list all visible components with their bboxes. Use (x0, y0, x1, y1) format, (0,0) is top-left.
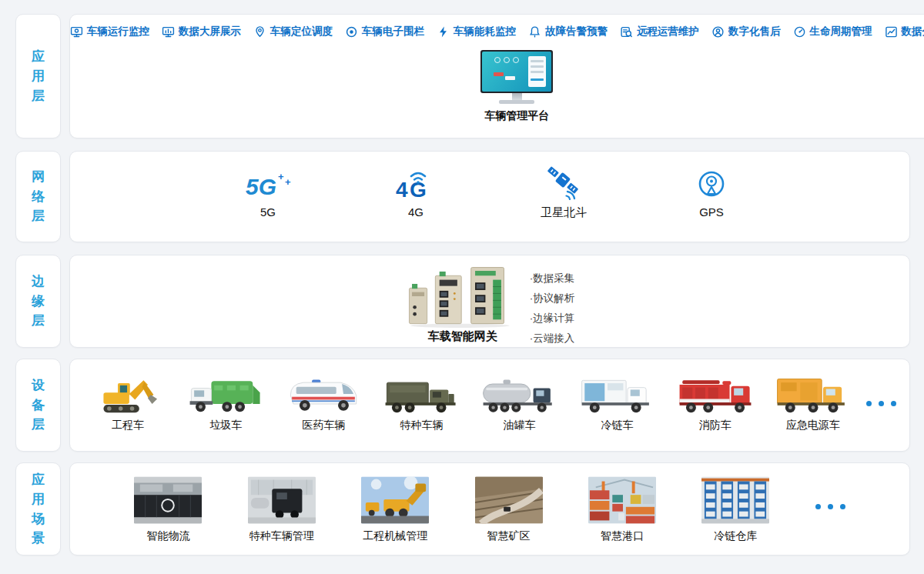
vehicle-item: 特种车辆 (377, 370, 466, 432)
app-feature: 故障告警预警 (528, 25, 608, 38)
layer-label-app: 应用层 (15, 14, 61, 138)
gateway-bullet: ·协议解析 (530, 289, 575, 309)
app-feature: 车辆能耗监控 (437, 25, 516, 38)
network-item-beidou: 卫星北斗 (518, 165, 609, 220)
vehicle-item: 应急电源车 (768, 370, 858, 432)
scenario-label: 智慧港口 (601, 529, 644, 543)
vehicle-item: 消防车 (671, 370, 760, 432)
scenario-layer-row: 应用场景 智能物流 (15, 462, 910, 556)
scenario-item: 智慧矿区 (475, 476, 543, 543)
satellite-icon (544, 166, 583, 202)
app-feature: 车辆电子围栏 (345, 25, 424, 38)
app-feature-label: 故障告警预警 (545, 25, 608, 38)
layer-label-text: 应用层 (31, 47, 45, 106)
vehicle-label: 医药车辆 (302, 419, 345, 432)
after-sales-icon (711, 25, 725, 38)
app-features-bar: 车辆运行监控 数据大屏展示 车辆定位调度 车辆电子围栏 车辆能耗监控 故障告警预… (70, 15, 924, 38)
lifecycle-icon (793, 25, 806, 38)
app-feature: 数字化售后 (711, 25, 781, 38)
platform-label: 车辆管理平台 (484, 109, 549, 123)
garbage-truck-graphic (186, 370, 266, 418)
vehicle-label: 消防车 (699, 419, 732, 432)
vehicle-item: 医药车辆 (279, 370, 368, 432)
gateway-bullet: ·数据采集 (530, 269, 575, 289)
power-truck-graphic (773, 370, 853, 418)
scenario-label: 冷链仓库 (714, 529, 757, 543)
network-layer-panel: 5G++ 5G 4G 4G 卫星北斗 GPS (69, 151, 910, 242)
excavator-graphic (88, 370, 168, 418)
vehicle-label: 工程车 (112, 419, 144, 432)
cold-warehouse-photo (701, 476, 769, 524)
5g-icon: 5G++ (243, 169, 293, 202)
construction-photo (361, 476, 429, 524)
4g-icon: 4G (394, 169, 437, 202)
scenario-label: 智能物流 (146, 529, 189, 543)
layer-label-edge: 边缘层 (15, 255, 61, 348)
monitor-screen (480, 50, 553, 93)
network-layer-row: 网络层 5G++ 5G 4G 4G 卫星北斗 (15, 151, 910, 242)
special-vehicle-photo (248, 476, 316, 524)
platform-monitor-graphic (480, 50, 553, 104)
scenario-item: 特种车辆管理 (248, 476, 316, 543)
fire-truck-graphic (675, 370, 755, 418)
gateway-bullet: ·边缘计算 (530, 309, 575, 329)
vehicle-item: 油罐车 (474, 370, 564, 432)
network-item-label: 4G (408, 205, 424, 219)
scenario-item: 智能物流 (134, 476, 202, 543)
svg-text:4: 4 (396, 178, 408, 202)
app-feature: 数据大屏展示 (162, 25, 241, 38)
geofence-icon (345, 25, 358, 38)
mine-photo (475, 476, 543, 524)
layer-label-device: 设备层 (15, 359, 61, 452)
app-feature: 车辆运行监控 (70, 25, 149, 38)
ellipsis-icon (815, 504, 845, 509)
smart-logistics-photo (134, 476, 202, 524)
network-item-label: 卫星北斗 (541, 205, 587, 220)
network-item-label: GPS (699, 205, 724, 219)
scenario-label: 智慧矿区 (487, 529, 531, 543)
layer-label-network: 网络层 (15, 151, 61, 242)
app-feature-label: 车辆电子围栏 (362, 25, 424, 38)
svg-text:+: + (285, 176, 291, 188)
app-feature: 生命周期管理 (793, 25, 872, 38)
scenario-item: 冷链仓库 (701, 476, 769, 543)
login-card-graphic (528, 56, 546, 87)
app-feature-label: 生命周期管理 (810, 25, 872, 38)
vehicle-label: 垃圾车 (209, 419, 242, 432)
gateway-bullet: ·云端接入 (530, 329, 575, 349)
svg-text:5G: 5G (246, 174, 276, 199)
app-feature: 车辆定位调度 (253, 25, 333, 38)
cold-chain-truck-graphic (578, 370, 658, 418)
vehicle-monitor-icon (70, 25, 83, 38)
scenario-label: 特种车辆管理 (249, 529, 314, 543)
tanker-truck-graphic (479, 370, 559, 418)
app-layer-panel: 车辆运行监控 数据大屏展示 车辆定位调度 车辆电子围栏 车辆能耗监控 故障告警预… (69, 14, 924, 138)
network-item-4g: 4G 4G (370, 165, 461, 220)
vehicle-item: 冷链车 (573, 370, 662, 432)
app-feature-label: 车辆运行监控 (87, 25, 149, 38)
ambulance-graphic (283, 370, 363, 418)
vehicle-item: 垃圾车 (181, 370, 270, 432)
app-feature-label: 数字化售后 (728, 25, 781, 38)
vehicle-label: 油罐车 (503, 419, 535, 432)
scenario-label: 工程机械管理 (363, 529, 427, 543)
scenario-layer-panel: 智能物流 特种车辆管理 (69, 462, 910, 556)
platform-block: 车辆管理平台 (70, 50, 924, 123)
app-feature-label: 远程运营维护 (637, 25, 699, 38)
ellipsis-icon (866, 401, 896, 406)
vehicle-label: 特种车辆 (400, 419, 443, 432)
scenario-item: 工程机械管理 (361, 476, 429, 543)
gps-icon (695, 169, 728, 202)
remote-ops-icon (620, 25, 633, 38)
gateway-bullet-list: ·数据采集 ·协议解析 ·边缘计算 ·云端接入 (530, 265, 575, 349)
layer-label-text: 边缘层 (31, 272, 45, 331)
layer-label-text: 应用场景 (31, 470, 45, 549)
vehicle-item: 工程车 (83, 370, 172, 432)
svg-text:+: + (278, 171, 284, 182)
app-feature-label: 数据大屏展示 (179, 25, 241, 38)
port-photo (588, 476, 656, 524)
app-feature-label: 数据分析应用 (902, 25, 924, 38)
edge-layer-row: 边缘层 (15, 255, 910, 348)
layer-label-text: 设备层 (31, 375, 45, 435)
app-feature: 数据分析应用 (885, 25, 924, 38)
